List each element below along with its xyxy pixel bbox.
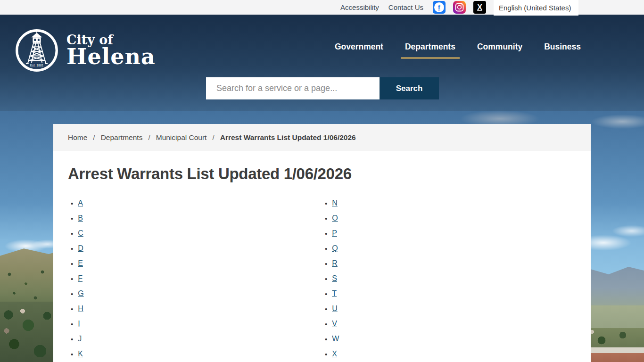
letter-item: P <box>322 226 576 241</box>
letter-item: V <box>322 316 576 331</box>
letter-item: I <box>68 316 322 331</box>
letter-link-q[interactable]: Q <box>332 244 338 253</box>
letter-link-t[interactable]: T <box>332 289 337 298</box>
letter-item: N <box>322 196 576 211</box>
letter-item: E <box>68 256 322 271</box>
logo-established-text: Est. 1881 <box>30 64 44 67</box>
x-twitter-icon[interactable]: X <box>473 1 486 14</box>
letter-item: J <box>68 331 322 346</box>
topbar: Accessibility Contact Us f X English (Un… <box>0 0 644 15</box>
letter-item: R <box>322 256 576 271</box>
breadcrumb-separator: / <box>212 133 214 142</box>
logo-wordmark: City of Helena <box>66 33 156 67</box>
letter-item: D <box>68 241 322 256</box>
letter-link-w[interactable]: W <box>332 335 339 343</box>
nav-government[interactable]: Government <box>335 42 383 52</box>
logo-line2: Helena <box>66 47 156 67</box>
letter-link-g[interactable]: G <box>78 289 83 298</box>
letter-link-d[interactable]: D <box>78 244 83 253</box>
letter-link-a[interactable]: A <box>78 199 83 207</box>
breadcrumb-item-3[interactable]: Municipal Court <box>156 133 207 142</box>
letter-link-i[interactable]: I <box>78 320 80 328</box>
nav-departments[interactable]: Departments <box>405 42 455 52</box>
accessibility-link[interactable]: Accessibility <box>340 3 379 11</box>
nav-community[interactable]: Community <box>477 42 522 52</box>
site-header: Est. 1881 City of Helena GovernmentDepar… <box>0 15 644 111</box>
breadcrumb: Home/Departments/Municipal Court/Arrest … <box>53 124 591 151</box>
content-card: Home/Departments/Municipal Court/Arrest … <box>53 124 591 362</box>
breadcrumb-item-1[interactable]: Home <box>68 133 87 142</box>
letter-item: U <box>322 301 576 316</box>
letter-item: C <box>68 226 322 241</box>
background-building-right <box>585 347 644 362</box>
letter-item: K <box>68 346 322 362</box>
page-title: Arrest Warrants List Updated 1/06/2026 <box>68 165 591 183</box>
letter-item: F <box>68 271 322 286</box>
main-nav: GovernmentDepartmentsCommunityBusiness <box>335 42 581 52</box>
letter-link-f[interactable]: F <box>78 274 83 283</box>
main-content: Arrest Warrants List Updated 1/06/2026 A… <box>53 165 591 362</box>
search-input[interactable] <box>206 77 380 99</box>
letter-list-right: NOPQRSTUVWX <box>322 196 576 362</box>
letter-index: ABCDEFGHIJK NOPQRSTUVWX <box>68 196 576 362</box>
letter-item: B <box>68 211 322 226</box>
facebook-icon[interactable]: f <box>433 1 446 14</box>
letter-link-v[interactable]: V <box>332 320 337 328</box>
fire-tower-logo-icon: Est. 1881 <box>14 28 59 73</box>
letter-link-b[interactable]: B <box>78 214 83 222</box>
instagram-icon[interactable] <box>453 1 466 14</box>
search-button[interactable]: Search <box>380 77 439 99</box>
letter-link-e[interactable]: E <box>78 259 83 268</box>
contact-us-link[interactable]: Contact Us <box>388 3 423 11</box>
breadcrumb-separator: / <box>148 133 150 142</box>
facebook-letter: f <box>434 2 444 12</box>
search-bar: Search <box>206 77 439 99</box>
letter-link-o[interactable]: O <box>332 214 338 222</box>
letter-item: W <box>322 331 576 346</box>
letter-link-u[interactable]: U <box>332 304 338 313</box>
letter-link-k[interactable]: K <box>78 350 83 358</box>
letter-list-left: ABCDEFGHIJK <box>68 196 322 362</box>
nav-business[interactable]: Business <box>544 42 581 52</box>
letter-item: O <box>322 211 576 226</box>
letter-item: X <box>322 346 576 362</box>
letter-link-x[interactable]: X <box>332 350 337 358</box>
letter-item: S <box>322 271 576 286</box>
letter-link-n[interactable]: N <box>332 199 338 207</box>
breadcrumb-item-2[interactable]: Departments <box>101 133 143 142</box>
letter-item: H <box>68 301 322 316</box>
letter-item: G <box>68 286 322 301</box>
x-glyph: X <box>477 3 482 12</box>
letter-link-c[interactable]: C <box>78 229 83 238</box>
breadcrumb-item-4: Arrest Warrants List Updated 1/06/2026 <box>220 133 356 142</box>
breadcrumb-separator: / <box>93 133 95 142</box>
city-of-helena-logo[interactable]: Est. 1881 City of Helena <box>14 28 156 73</box>
letter-link-r[interactable]: R <box>332 259 338 268</box>
instagram-glyph <box>453 1 466 14</box>
letter-item: Q <box>322 241 576 256</box>
letter-item: T <box>322 286 576 301</box>
language-selector[interactable]: English (United States) <box>494 0 578 16</box>
letter-link-p[interactable]: P <box>332 229 337 238</box>
letter-link-j[interactable]: J <box>78 335 82 343</box>
letter-item: A <box>68 196 322 211</box>
letter-link-s[interactable]: S <box>332 274 337 283</box>
letter-link-h[interactable]: H <box>78 304 83 313</box>
